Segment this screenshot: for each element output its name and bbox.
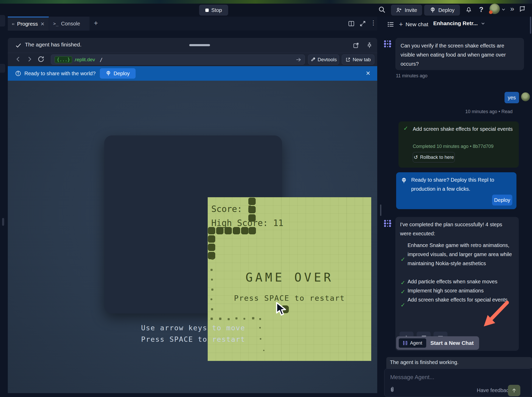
deploy-card: Ready to share? Deploy this Repl to prod…	[396, 172, 516, 209]
top-bar: Stop Invite Deploy ?	[0, 4, 532, 17]
agent-finished-text: The agent is finished working.	[390, 359, 459, 365]
devtools-button[interactable]: Devtools	[308, 54, 339, 65]
start-new-chat-button[interactable]: Agent Start a New Chat	[396, 336, 479, 350]
deploy-button-top[interactable]: Deploy	[424, 5, 460, 16]
plan-check-icon: ✓	[401, 255, 405, 264]
plus-icon: +	[399, 20, 403, 28]
plan-check-icon: ✓	[401, 287, 405, 296]
agent-chip: Agent	[399, 338, 426, 348]
snake-segment	[208, 227, 215, 234]
plan-item: Enhance Snake game with retro animations…	[408, 241, 513, 268]
chat-title-dropdown[interactable]: Enhancing Retr...	[433, 20, 485, 26]
comment-plus-icon[interactable]	[519, 5, 526, 12]
url-badge: {...}	[55, 56, 72, 63]
particle	[211, 257, 214, 260]
pane-tab-strip: Progress ✕ >_ Console + ⋮	[8, 17, 377, 31]
stop-icon	[205, 9, 209, 12]
tab-console[interactable]: >_ Console	[49, 17, 89, 31]
particle	[243, 318, 245, 320]
help-icon[interactable]: ?	[479, 6, 484, 14]
particle	[263, 350, 264, 351]
plan-item: Implement high score animations	[408, 286, 513, 295]
particle	[211, 289, 213, 291]
split-view-icon[interactable]	[348, 20, 355, 27]
new-tab-plus-icon[interactable]: +	[94, 19, 98, 27]
plan-item: Add screen shake effects for special eve…	[408, 295, 513, 304]
address-bar[interactable]: {...} .replit.dev /	[51, 54, 305, 65]
banner-deploy-label: Deploy	[114, 71, 130, 77]
notifications-bell-icon[interactable]	[465, 6, 472, 13]
panel-resize-handle[interactable]	[380, 204, 381, 216]
deploy-card-text: Ready to share? Deploy this Repl to prod…	[411, 175, 508, 194]
instruction-line: Use arrow keys to move	[104, 324, 282, 332]
expand-icon[interactable]	[359, 20, 366, 27]
snake-segment	[249, 227, 256, 234]
particle	[259, 318, 261, 320]
particle	[252, 317, 254, 319]
rail-collapsed-pane[interactable]	[0, 64, 5, 73]
mouse-cursor	[275, 302, 288, 317]
new-chat-label: New chat	[405, 21, 428, 28]
task-check-icon: ✓	[403, 125, 408, 132]
snake-segment	[248, 198, 256, 205]
terminal-icon: >_	[53, 21, 58, 26]
user-avatar	[521, 92, 530, 101]
chat-title: Enhancing Retr...	[433, 20, 478, 26]
devtools-label: Devtools	[318, 57, 337, 63]
banner-close-icon[interactable]: ✕	[366, 70, 370, 77]
tab-progress[interactable]: Progress ✕	[8, 17, 49, 31]
agent-plan-message: I've completed the plan successfully! 4 …	[395, 217, 519, 351]
score-text: Score: 1	[211, 204, 253, 214]
forward-icon[interactable]	[26, 56, 33, 63]
pin-icon[interactable]	[366, 42, 373, 49]
go-arrow-icon[interactable]	[295, 57, 302, 63]
collapse-chevrons-icon[interactable]: »	[510, 5, 514, 13]
tab-close-icon[interactable]: ✕	[40, 21, 45, 27]
back-icon[interactable]	[15, 56, 22, 63]
avatar-badge	[489, 10, 493, 14]
wrench-icon	[310, 57, 316, 62]
refresh-icon[interactable]	[37, 56, 45, 63]
task-card: ✓ Add screen shake effects for special e…	[398, 121, 519, 168]
chat-history-icon[interactable]	[387, 21, 394, 28]
deploy-banner: Ready to share with the world? Deploy ✕	[8, 66, 377, 81]
instruction-line: Press SPACE to restart	[104, 335, 282, 343]
invite-person-icon	[396, 7, 402, 13]
particle	[228, 318, 230, 320]
open-in-pane-icon[interactable]	[353, 42, 359, 49]
account-chevron-down-icon[interactable]	[501, 7, 506, 11]
new-tab-button[interactable]: New tab	[342, 54, 374, 65]
rollback-button[interactable]: ↺ Rollback to here	[413, 152, 455, 162]
stop-button[interactable]: Stop	[199, 5, 228, 16]
paperclip-icon[interactable]	[389, 386, 395, 393]
message-input[interactable]: Message Agent...	[390, 374, 434, 381]
deploy-card-button-label: Deploy	[494, 197, 510, 203]
message-timestamp: 11 minutes ago	[396, 73, 428, 79]
send-button[interactable]	[508, 385, 520, 396]
deploy-card-button[interactable]: Deploy	[492, 195, 512, 206]
rail-drag-handle[interactable]	[2, 218, 4, 226]
new-chat-button[interactable]: + New chat	[399, 20, 428, 28]
restart-hint-text: Press SPACE to restart	[208, 294, 371, 303]
task-title: Add screen shake effects for special eve…	[413, 125, 513, 134]
search-icon[interactable]	[378, 6, 386, 13]
chat-scrollbar[interactable]	[530, 17, 531, 34]
progress-tab-icon	[12, 21, 15, 27]
game-frame: Score: 1 High Score: 11 GAME OVER Press …	[104, 135, 282, 313]
message-composer[interactable]: Message Agent... Have feedback?	[384, 368, 532, 397]
check-icon	[15, 42, 22, 49]
deploy-banner-text: Ready to share with the world?	[24, 71, 96, 77]
chevron-down-icon	[481, 21, 485, 25]
pane-drag-handle[interactable]	[189, 44, 210, 46]
snake-segment	[208, 244, 215, 251]
agent-status-text: The agent has finished.	[25, 42, 81, 48]
game-instructions: Use arrow keys to move Press SPACE to re…	[104, 324, 282, 343]
invite-button[interactable]: Invite	[391, 5, 422, 16]
kebab-menu-icon[interactable]: ⋮	[370, 19, 376, 26]
banner-deploy-button[interactable]: Deploy	[100, 68, 136, 79]
particle	[211, 308, 213, 310]
plan-intro: I've completed the plan successfully! 4 …	[400, 220, 514, 238]
rail-collapsed-pane[interactable]	[0, 15, 5, 26]
agent-avatar-icon	[383, 39, 392, 48]
snake-segment	[233, 227, 240, 234]
